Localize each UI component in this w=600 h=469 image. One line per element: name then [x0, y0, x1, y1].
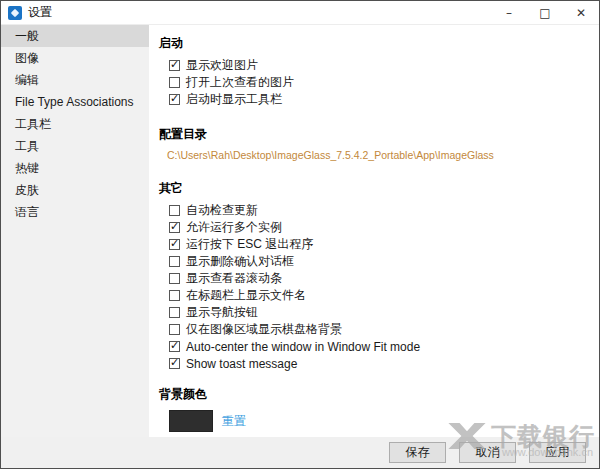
checkbox-row-show-welcome-picture[interactable]: 显示欢迎图片 [169, 58, 591, 73]
settings-window: 设置 – □ ✕ 一般 图像 编辑 File Type Associations… [0, 0, 600, 469]
apply-button[interactable]: 应用 [529, 442, 586, 463]
checkbox-label[interactable]: Show toast message [186, 357, 297, 371]
checkbox-label[interactable]: 打开上次查看的图片 [186, 74, 294, 91]
checkbox-label[interactable]: 在标题栏上显示文件名 [186, 287, 306, 304]
close-button[interactable]: ✕ [563, 1, 599, 24]
checkbox-label[interactable]: 显示删除确认对话框 [186, 253, 294, 270]
checkbox[interactable] [169, 205, 180, 216]
checkbox-row-show-delete-confirm-dialog[interactable]: 显示删除确认对话框 [169, 254, 591, 269]
titlebar: 设置 – □ ✕ [1, 1, 599, 25]
background-color-row: 重置 [169, 410, 591, 432]
checkbox-row-show-navigation-buttons[interactable]: 显示导航按钮 [169, 305, 591, 320]
checkbox-label[interactable]: Auto-center the window in Window Fit mod… [186, 340, 420, 354]
sidebar-item-image[interactable]: 图像 [1, 47, 149, 69]
config-dir-path-link[interactable]: C:\Users\Rah\Desktop\ImageGlass_7.5.4.2_… [167, 149, 591, 161]
cancel-button[interactable]: 取消 [459, 442, 516, 463]
checkbox[interactable] [169, 60, 180, 71]
window-controls: – □ ✕ [491, 1, 599, 24]
background-color-section-title: 背景颜色 [159, 386, 591, 403]
others-checkbox-group: 自动检查更新 允许运行多个实例 运行按下 ESC 退出程序 显示删除确认对话框 [169, 203, 591, 371]
checkbox[interactable] [169, 324, 180, 335]
checkbox-row-show-toast-message[interactable]: Show toast message [169, 356, 591, 371]
section-config-dir: 配置目录 C:\Users\Rah\Desktop\ImageGlass_7.5… [159, 126, 591, 161]
checkbox-label[interactable]: 显示导航按钮 [186, 304, 258, 321]
checkbox-row-esc-to-quit[interactable]: 运行按下 ESC 退出程序 [169, 237, 591, 252]
checkbox-row-auto-center-window-fit[interactable]: Auto-center the window in Window Fit mod… [169, 339, 591, 354]
config-dir-section-title: 配置目录 [159, 126, 591, 143]
section-others: 其它 自动检查更新 允许运行多个实例 运行按下 ESC 退出程序 [159, 180, 591, 371]
others-section-title: 其它 [159, 180, 591, 197]
section-startup: 启动 显示欢迎图片 打开上次查看的图片 启动时显示工具栏 [159, 35, 591, 107]
app-icon-glyph [11, 8, 19, 16]
checkbox[interactable] [169, 290, 180, 301]
checkbox[interactable] [169, 358, 180, 369]
save-button[interactable]: 保存 [389, 442, 446, 463]
sidebar-item-hotkeys[interactable]: 热键 [1, 157, 149, 179]
maximize-button[interactable]: □ [527, 1, 563, 24]
checkbox-label[interactable]: 运行按下 ESC 退出程序 [186, 236, 313, 253]
checkbox-row-show-viewer-scrollbars[interactable]: 显示查看器滚动条 [169, 271, 591, 286]
checkbox[interactable] [169, 94, 180, 105]
sidebar-item-tools[interactable]: 工具 [1, 135, 149, 157]
sidebar-item-skin[interactable]: 皮肤 [1, 179, 149, 201]
background-color-swatch[interactable] [169, 410, 213, 432]
sidebar-item-toolbar[interactable]: 工具栏 [1, 113, 149, 135]
sidebar: 一般 图像 编辑 File Type Associations 工具栏 工具 热… [1, 25, 149, 437]
checkbox-row-open-last-seen-image[interactable]: 打开上次查看的图片 [169, 75, 591, 90]
checkbox[interactable] [169, 239, 180, 250]
minimize-button[interactable]: – [491, 1, 527, 24]
checkbox[interactable] [169, 341, 180, 352]
sidebar-item-language[interactable]: 语言 [1, 201, 149, 223]
checkbox-label[interactable]: 自动检查更新 [186, 202, 258, 219]
sidebar-item-file-type-associations[interactable]: File Type Associations [1, 91, 149, 113]
window-title: 设置 [28, 4, 491, 21]
checkbox-row-show-toolbar-on-startup[interactable]: 启动时显示工具栏 [169, 92, 591, 107]
checkbox-row-auto-check-updates[interactable]: 自动检查更新 [169, 203, 591, 218]
checkbox[interactable] [169, 307, 180, 318]
checkbox-label[interactable]: 显示欢迎图片 [186, 57, 258, 74]
app-icon [8, 6, 22, 20]
checkbox-row-checkerboard-in-image-region-only[interactable]: 仅在图像区域显示棋盘格背景 [169, 322, 591, 337]
settings-content: 启动 显示欢迎图片 打开上次查看的图片 启动时显示工具栏 [149, 25, 599, 437]
background-color-reset-link[interactable]: 重置 [222, 413, 246, 430]
footer-button-bar: 保存 取消 应用 [1, 437, 599, 468]
startup-checkbox-group: 显示欢迎图片 打开上次查看的图片 启动时显示工具栏 [169, 58, 591, 107]
checkbox[interactable] [169, 256, 180, 267]
checkbox-row-show-filename-in-titlebar[interactable]: 在标题栏上显示文件名 [169, 288, 591, 303]
checkbox-row-allow-multiple-instances[interactable]: 允许运行多个实例 [169, 220, 591, 235]
startup-section-title: 启动 [159, 35, 591, 52]
checkbox-label[interactable]: 显示查看器滚动条 [186, 270, 282, 287]
checkbox[interactable] [169, 77, 180, 88]
checkbox[interactable] [169, 273, 180, 284]
checkbox[interactable] [169, 222, 180, 233]
sidebar-item-edit[interactable]: 编辑 [1, 69, 149, 91]
sidebar-item-general[interactable]: 一般 [1, 25, 149, 47]
section-background-color: 背景颜色 重置 [159, 386, 591, 432]
checkbox-label[interactable]: 启动时显示工具栏 [186, 91, 282, 108]
checkbox-label[interactable]: 仅在图像区域显示棋盘格背景 [186, 321, 342, 338]
checkbox-label[interactable]: 允许运行多个实例 [186, 219, 282, 236]
window-body: 一般 图像 编辑 File Type Associations 工具栏 工具 热… [1, 25, 599, 437]
